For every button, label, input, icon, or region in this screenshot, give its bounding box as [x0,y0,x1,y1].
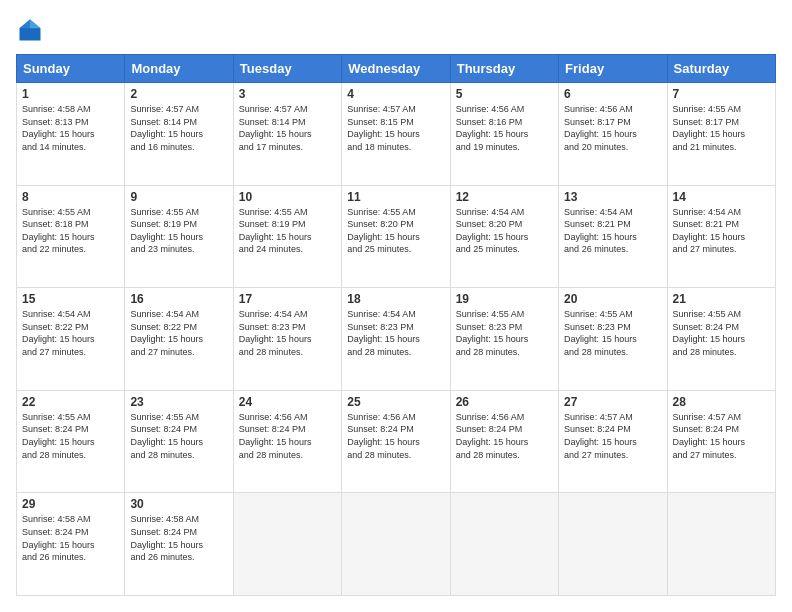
day-info: Sunrise: 4:56 AMSunset: 8:17 PMDaylight:… [564,104,637,152]
calendar-cell: 16Sunrise: 4:54 AMSunset: 8:22 PMDayligh… [125,288,233,391]
day-number: 15 [22,292,119,306]
day-info: Sunrise: 4:55 AMSunset: 8:23 PMDaylight:… [564,309,637,357]
calendar-cell: 11Sunrise: 4:55 AMSunset: 8:20 PMDayligh… [342,185,450,288]
day-info: Sunrise: 4:54 AMSunset: 8:21 PMDaylight:… [673,207,746,255]
day-info: Sunrise: 4:57 AMSunset: 8:14 PMDaylight:… [130,104,203,152]
day-number: 17 [239,292,336,306]
calendar-cell: 2Sunrise: 4:57 AMSunset: 8:14 PMDaylight… [125,83,233,186]
day-info: Sunrise: 4:58 AMSunset: 8:24 PMDaylight:… [130,514,203,562]
day-number: 20 [564,292,661,306]
day-number: 30 [130,497,227,511]
calendar-cell: 9Sunrise: 4:55 AMSunset: 8:19 PMDaylight… [125,185,233,288]
calendar-cell: 3Sunrise: 4:57 AMSunset: 8:14 PMDaylight… [233,83,341,186]
calendar-cell: 13Sunrise: 4:54 AMSunset: 8:21 PMDayligh… [559,185,667,288]
day-number: 12 [456,190,553,204]
day-number: 10 [239,190,336,204]
day-info: Sunrise: 4:56 AMSunset: 8:24 PMDaylight:… [347,412,420,460]
logo-icon [16,16,44,44]
calendar-cell: 27Sunrise: 4:57 AMSunset: 8:24 PMDayligh… [559,390,667,493]
calendar-week-row: 29Sunrise: 4:58 AMSunset: 8:24 PMDayligh… [17,493,776,596]
day-info: Sunrise: 4:56 AMSunset: 8:16 PMDaylight:… [456,104,529,152]
calendar-cell [559,493,667,596]
calendar-cell [342,493,450,596]
day-header-wednesday: Wednesday [342,55,450,83]
calendar-cell: 24Sunrise: 4:56 AMSunset: 8:24 PMDayligh… [233,390,341,493]
day-number: 8 [22,190,119,204]
calendar-cell: 5Sunrise: 4:56 AMSunset: 8:16 PMDaylight… [450,83,558,186]
calendar-cell: 15Sunrise: 4:54 AMSunset: 8:22 PMDayligh… [17,288,125,391]
calendar-cell: 12Sunrise: 4:54 AMSunset: 8:20 PMDayligh… [450,185,558,288]
page: SundayMondayTuesdayWednesdayThursdayFrid… [0,0,792,612]
day-info: Sunrise: 4:55 AMSunset: 8:24 PMDaylight:… [673,309,746,357]
day-info: Sunrise: 4:57 AMSunset: 8:14 PMDaylight:… [239,104,312,152]
day-number: 26 [456,395,553,409]
calendar-table: SundayMondayTuesdayWednesdayThursdayFrid… [16,54,776,596]
day-number: 16 [130,292,227,306]
calendar-cell: 20Sunrise: 4:55 AMSunset: 8:23 PMDayligh… [559,288,667,391]
calendar-cell: 8Sunrise: 4:55 AMSunset: 8:18 PMDaylight… [17,185,125,288]
day-info: Sunrise: 4:58 AMSunset: 8:24 PMDaylight:… [22,514,95,562]
day-number: 25 [347,395,444,409]
calendar-week-row: 1Sunrise: 4:58 AMSunset: 8:13 PMDaylight… [17,83,776,186]
calendar-cell: 7Sunrise: 4:55 AMSunset: 8:17 PMDaylight… [667,83,775,186]
day-number: 18 [347,292,444,306]
calendar-week-row: 22Sunrise: 4:55 AMSunset: 8:24 PMDayligh… [17,390,776,493]
day-number: 22 [22,395,119,409]
day-info: Sunrise: 4:55 AMSunset: 8:18 PMDaylight:… [22,207,95,255]
day-header-sunday: Sunday [17,55,125,83]
calendar-cell: 6Sunrise: 4:56 AMSunset: 8:17 PMDaylight… [559,83,667,186]
calendar-cell: 17Sunrise: 4:54 AMSunset: 8:23 PMDayligh… [233,288,341,391]
day-number: 3 [239,87,336,101]
svg-marker-2 [20,20,31,29]
day-header-thursday: Thursday [450,55,558,83]
day-header-saturday: Saturday [667,55,775,83]
calendar-cell: 22Sunrise: 4:55 AMSunset: 8:24 PMDayligh… [17,390,125,493]
day-number: 1 [22,87,119,101]
day-info: Sunrise: 4:55 AMSunset: 8:24 PMDaylight:… [22,412,95,460]
day-number: 21 [673,292,770,306]
day-info: Sunrise: 4:55 AMSunset: 8:20 PMDaylight:… [347,207,420,255]
day-number: 28 [673,395,770,409]
calendar-cell: 18Sunrise: 4:54 AMSunset: 8:23 PMDayligh… [342,288,450,391]
day-info: Sunrise: 4:57 AMSunset: 8:24 PMDaylight:… [564,412,637,460]
day-number: 29 [22,497,119,511]
calendar-header-row: SundayMondayTuesdayWednesdayThursdayFrid… [17,55,776,83]
calendar-cell: 28Sunrise: 4:57 AMSunset: 8:24 PMDayligh… [667,390,775,493]
svg-marker-1 [30,20,41,29]
calendar-cell [450,493,558,596]
day-number: 14 [673,190,770,204]
calendar-cell: 25Sunrise: 4:56 AMSunset: 8:24 PMDayligh… [342,390,450,493]
calendar-cell: 14Sunrise: 4:54 AMSunset: 8:21 PMDayligh… [667,185,775,288]
calendar-cell: 30Sunrise: 4:58 AMSunset: 8:24 PMDayligh… [125,493,233,596]
day-number: 2 [130,87,227,101]
day-info: Sunrise: 4:54 AMSunset: 8:22 PMDaylight:… [22,309,95,357]
calendar-cell: 1Sunrise: 4:58 AMSunset: 8:13 PMDaylight… [17,83,125,186]
calendar-week-row: 15Sunrise: 4:54 AMSunset: 8:22 PMDayligh… [17,288,776,391]
day-header-tuesday: Tuesday [233,55,341,83]
day-info: Sunrise: 4:54 AMSunset: 8:20 PMDaylight:… [456,207,529,255]
calendar-week-row: 8Sunrise: 4:55 AMSunset: 8:18 PMDaylight… [17,185,776,288]
day-info: Sunrise: 4:55 AMSunset: 8:24 PMDaylight:… [130,412,203,460]
calendar-cell: 21Sunrise: 4:55 AMSunset: 8:24 PMDayligh… [667,288,775,391]
day-number: 11 [347,190,444,204]
day-info: Sunrise: 4:54 AMSunset: 8:23 PMDaylight:… [239,309,312,357]
day-info: Sunrise: 4:57 AMSunset: 8:24 PMDaylight:… [673,412,746,460]
calendar-cell [233,493,341,596]
day-header-friday: Friday [559,55,667,83]
calendar-cell [667,493,775,596]
day-info: Sunrise: 4:57 AMSunset: 8:15 PMDaylight:… [347,104,420,152]
day-info: Sunrise: 4:54 AMSunset: 8:21 PMDaylight:… [564,207,637,255]
day-info: Sunrise: 4:55 AMSunset: 8:19 PMDaylight:… [239,207,312,255]
logo [16,16,48,44]
day-info: Sunrise: 4:55 AMSunset: 8:19 PMDaylight:… [130,207,203,255]
calendar-cell: 26Sunrise: 4:56 AMSunset: 8:24 PMDayligh… [450,390,558,493]
day-number: 6 [564,87,661,101]
day-number: 7 [673,87,770,101]
calendar-cell: 10Sunrise: 4:55 AMSunset: 8:19 PMDayligh… [233,185,341,288]
day-info: Sunrise: 4:55 AMSunset: 8:23 PMDaylight:… [456,309,529,357]
day-number: 23 [130,395,227,409]
day-header-monday: Monday [125,55,233,83]
calendar-cell: 29Sunrise: 4:58 AMSunset: 8:24 PMDayligh… [17,493,125,596]
day-info: Sunrise: 4:54 AMSunset: 8:23 PMDaylight:… [347,309,420,357]
day-number: 4 [347,87,444,101]
